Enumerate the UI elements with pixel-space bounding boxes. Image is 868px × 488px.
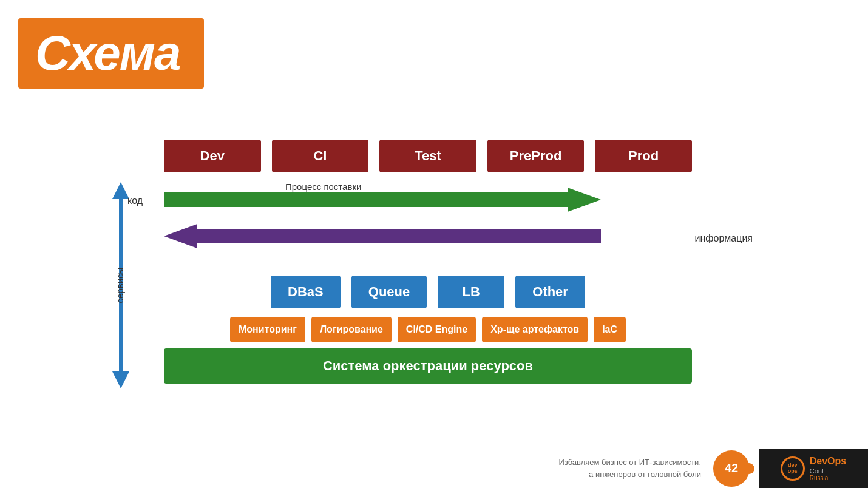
- service-lb: LB: [438, 276, 504, 308]
- services-label: сервисы: [115, 268, 125, 303]
- services-arrow: сервисы: [112, 182, 129, 388]
- service-dbas: DBaS: [271, 276, 341, 308]
- country-label: Russia: [810, 475, 846, 481]
- services-row: DBaS Queue LB Other: [164, 276, 692, 308]
- orch-bar: Система оркестрации ресурсов: [164, 348, 692, 384]
- arrow-down-icon: [112, 371, 129, 388]
- devops-icon: dev ops: [781, 456, 805, 481]
- env-box-test: Test: [379, 140, 476, 172]
- footer-line2: а инженеров от головной боли: [589, 470, 701, 479]
- conf-word: Conf: [810, 467, 824, 475]
- arrow-right: [164, 188, 601, 212]
- devops-text-block: DevOps Conf Russia: [810, 455, 846, 481]
- tools-row: Мониторинг Логирование CI/CD Engine Хр-щ…: [164, 317, 692, 342]
- footer: Избавляем бизнес от ИТ-зависимости, а ин…: [0, 449, 868, 488]
- env-box-ci: CI: [272, 140, 369, 172]
- badge-number: 42: [725, 461, 738, 475]
- tool-cicd: CI/CD Engine: [398, 317, 476, 342]
- kod-label: код: [127, 195, 143, 206]
- title-block: Схема: [18, 18, 204, 89]
- arrow-body-purple: [197, 229, 601, 243]
- footer-text: Избавляем бизнес от ИТ-зависимости, а ин…: [559, 456, 701, 480]
- page-title: Схема: [35, 29, 180, 78]
- arrow-line: сервисы: [119, 199, 123, 371]
- devops-title: DevOps: [810, 455, 846, 467]
- tool-monitoring: Мониторинг: [230, 317, 305, 342]
- devops-logo: dev ops DevOps Conf Russia: [759, 449, 868, 488]
- arrow-head-purple: [164, 224, 197, 248]
- env-box-prod: Prod: [595, 140, 692, 172]
- devops-word: DevOps: [810, 456, 846, 466]
- info-label: информация: [695, 233, 753, 244]
- diagram-container: Dev CI Test PreProd Prod код информация …: [164, 140, 692, 384]
- arrow-up-icon: [112, 182, 129, 199]
- tool-logging: Логирование: [311, 317, 392, 342]
- arrow-body-green: [164, 192, 571, 207]
- service-other: Other: [515, 276, 585, 308]
- devops-logo-inner: dev ops DevOps Conf Russia: [781, 455, 846, 481]
- footer-line1: Избавляем бизнес от ИТ-зависимости,: [559, 458, 701, 467]
- env-box-dev: Dev: [164, 140, 261, 172]
- env-box-preprod: PreProd: [487, 140, 585, 172]
- tool-artifacts: Хр-ще артефактов: [482, 317, 588, 342]
- conf-label: Conf: [810, 467, 846, 475]
- arrow-left: [164, 224, 601, 248]
- footer-badge: 42: [713, 450, 750, 487]
- service-queue: Queue: [351, 276, 427, 308]
- env-row: Dev CI Test PreProd Prod: [164, 140, 692, 172]
- arrows-section: код информация Процесс поставки: [164, 178, 692, 263]
- arrow-head-green: [568, 188, 601, 212]
- tool-iac: IaC: [594, 317, 626, 342]
